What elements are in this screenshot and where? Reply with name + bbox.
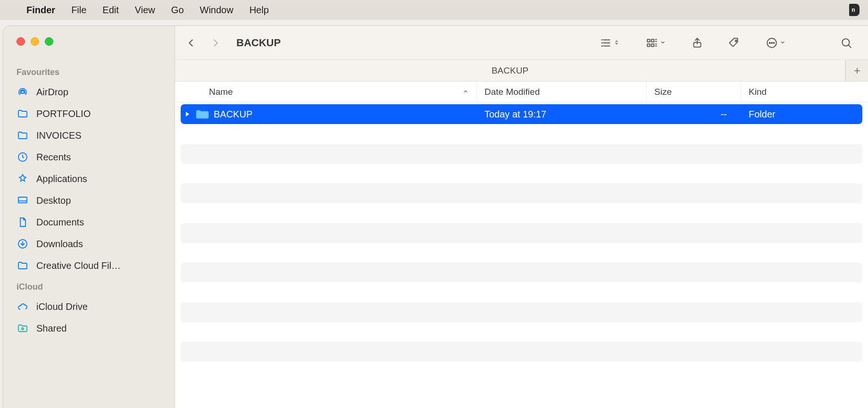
- column-headers: Name Date Modified Size Kind: [175, 82, 868, 102]
- folder-icon: [17, 260, 29, 271]
- sidebar-item-label: INVOICES: [36, 130, 82, 141]
- empty-row: .: [181, 124, 862, 144]
- menu-edit[interactable]: Edit: [102, 5, 118, 16]
- menu-window[interactable]: Window: [200, 5, 234, 16]
- svg-point-10: [735, 40, 737, 42]
- disclosure-triangle-icon[interactable]: [184, 111, 191, 117]
- sidebar-item-label: Desktop: [36, 195, 71, 206]
- svg-rect-8: [651, 44, 654, 46]
- shared-folder-icon: [17, 323, 29, 334]
- new-tab-button[interactable]: [845, 60, 868, 81]
- column-label: Date Modified: [484, 87, 540, 97]
- empty-row: .: [181, 183, 862, 203]
- tab-label: BACKUP: [492, 66, 528, 76]
- column-name[interactable]: Name: [175, 82, 477, 102]
- group-by-button[interactable]: [639, 33, 673, 53]
- sidebar-item-label: AirDrop: [36, 87, 68, 98]
- svg-point-0: [21, 91, 24, 93]
- column-label: Kind: [749, 87, 767, 97]
- sidebar-item-documents[interactable]: Documents: [3, 211, 175, 233]
- menu-file[interactable]: File: [71, 5, 86, 16]
- stepper-icon: [614, 39, 619, 47]
- empty-row: .: [181, 144, 862, 164]
- file-size: --: [647, 109, 741, 120]
- cloud-icon: [17, 301, 29, 312]
- empty-row: .: [181, 342, 862, 362]
- folder-icon: [196, 109, 209, 119]
- empty-row: .: [181, 263, 862, 283]
- menu-go[interactable]: Go: [171, 5, 184, 16]
- tags-button[interactable]: [722, 33, 746, 53]
- menu-app-name[interactable]: Finder: [26, 5, 55, 16]
- sidebar-item-downloads[interactable]: Downloads: [3, 233, 175, 255]
- main-pane: BACKUP: [175, 26, 868, 408]
- empty-row: .: [181, 283, 862, 302]
- column-label: Size: [654, 87, 672, 97]
- macos-menubar: Finder File Edit View Go Window Help n: [0, 0, 868, 20]
- sidebar-item-label: PORTFOLIO: [36, 108, 91, 119]
- folder-icon: [17, 108, 29, 119]
- svg-rect-6: [647, 44, 650, 46]
- share-button[interactable]: [685, 33, 709, 53]
- chevron-down-icon: [660, 39, 666, 47]
- sidebar-item-desktop[interactable]: Desktop: [3, 190, 175, 211]
- minimize-window-button[interactable]: [31, 37, 39, 46]
- empty-row: .: [181, 302, 862, 322]
- svg-rect-7: [651, 39, 654, 42]
- sidebar-item-label: Downloads: [36, 239, 83, 250]
- airdrop-icon: [17, 86, 29, 98]
- window-title: BACKUP: [236, 37, 281, 49]
- search-button[interactable]: [834, 33, 859, 53]
- menubar-app-icon[interactable]: n: [847, 4, 860, 16]
- downloads-icon: [17, 238, 29, 250]
- sidebar-section-favourites: Favourites: [3, 67, 175, 77]
- close-window-button[interactable]: [17, 37, 25, 46]
- svg-rect-5: [647, 39, 650, 42]
- svg-rect-2: [18, 197, 27, 203]
- nav-forward-button[interactable]: [205, 33, 226, 53]
- sidebar-item-shared[interactable]: Shared: [3, 317, 175, 339]
- applications-icon: [17, 173, 29, 184]
- sidebar-item-label: Creative Cloud Fil…: [36, 260, 121, 271]
- sidebar-item-label: Recents: [36, 152, 71, 163]
- sidebar-item-invoices[interactable]: INVOICES: [3, 125, 175, 146]
- chevron-down-icon: [780, 39, 785, 47]
- svg-point-13: [771, 42, 772, 43]
- file-row[interactable]: BACKUP Today at 19:17 -- Folder: [181, 104, 862, 124]
- finder-window: Favourites AirDrop PORTFOLIO INVOICES Re…: [3, 25, 868, 408]
- empty-row: .: [181, 223, 862, 243]
- menu-help[interactable]: Help: [250, 5, 269, 16]
- column-kind[interactable]: Kind: [741, 82, 868, 102]
- sidebar-item-applications[interactable]: Applications: [3, 168, 175, 190]
- sidebar-item-portfolio[interactable]: PORTFOLIO: [3, 103, 175, 125]
- file-name: BACKUP: [214, 109, 252, 120]
- window-controls: [3, 37, 175, 46]
- column-label: Name: [209, 87, 233, 97]
- tab-bar: BACKUP: [175, 60, 868, 82]
- sidebar-item-creative-cloud[interactable]: Creative Cloud Fil…: [3, 255, 175, 276]
- sidebar-item-icloud-drive[interactable]: iCloud Drive: [3, 296, 175, 317]
- svg-point-4: [22, 328, 24, 330]
- sidebar-item-label: Shared: [36, 323, 67, 334]
- empty-row: .: [181, 203, 862, 223]
- column-size[interactable]: Size: [647, 82, 741, 102]
- column-date-modified[interactable]: Date Modified: [477, 82, 647, 102]
- sidebar-item-airdrop[interactable]: AirDrop: [3, 81, 175, 103]
- menu-view[interactable]: View: [135, 5, 155, 16]
- sidebar-item-label: Documents: [36, 217, 84, 228]
- sidebar-section-icloud: iCloud: [3, 282, 175, 292]
- zoom-window-button[interactable]: [45, 37, 53, 46]
- view-mode-button[interactable]: [593, 33, 626, 53]
- file-kind: Folder: [741, 109, 862, 120]
- empty-row: .: [181, 243, 862, 263]
- svg-point-14: [773, 42, 774, 43]
- document-icon: [17, 216, 29, 228]
- svg-point-12: [769, 42, 770, 43]
- sidebar: Favourites AirDrop PORTFOLIO INVOICES Re…: [3, 26, 175, 408]
- file-list: BACKUP Today at 19:17 -- Folder . . . . …: [175, 102, 868, 408]
- tab-current[interactable]: BACKUP: [175, 60, 845, 81]
- sidebar-item-label: Applications: [36, 174, 87, 184]
- action-menu-button[interactable]: [759, 33, 793, 53]
- nav-back-button[interactable]: [181, 33, 201, 53]
- sidebar-item-recents[interactable]: Recents: [3, 146, 175, 168]
